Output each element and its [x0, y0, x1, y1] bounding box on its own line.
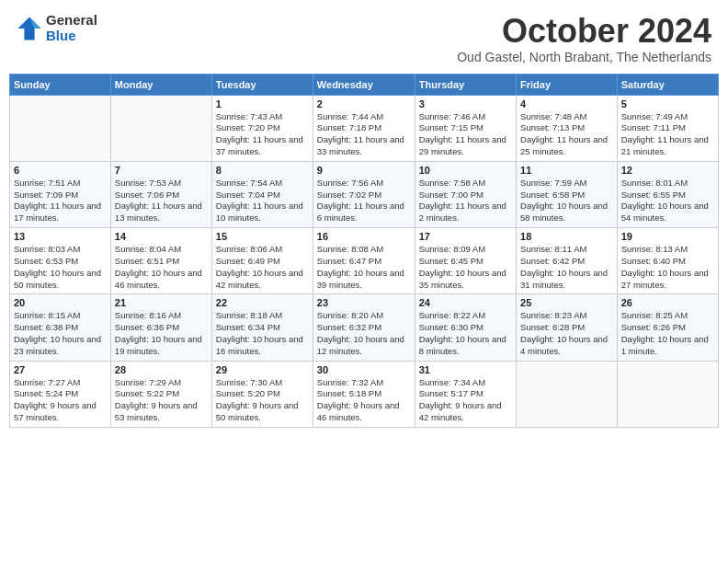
day-info: Sunrise: 8:13 AMSunset: 6:40 PMDaylight:…: [621, 244, 714, 291]
calendar-week-row: 6Sunrise: 7:51 AMSunset: 7:09 PMDaylight…: [10, 161, 719, 227]
calendar-cell: 16Sunrise: 8:08 AMSunset: 6:47 PMDayligh…: [313, 228, 415, 294]
calendar-cell: 2Sunrise: 7:44 AMSunset: 7:18 PMDaylight…: [313, 95, 415, 161]
day-info: Sunrise: 7:58 AMSunset: 7:00 PMDaylight:…: [419, 178, 512, 224]
calendar-cell: 7Sunrise: 7:53 AMSunset: 7:06 PMDaylight…: [110, 161, 211, 227]
day-info: Sunrise: 8:04 AMSunset: 6:51 PMDaylight:…: [115, 244, 208, 291]
calendar-cell: 20Sunrise: 8:15 AMSunset: 6:38 PMDayligh…: [10, 294, 111, 361]
day-info: Sunrise: 7:59 AMSunset: 6:58 PMDaylight:…: [520, 178, 613, 224]
day-number: 12: [621, 165, 714, 176]
calendar-cell: 4Sunrise: 7:48 AMSunset: 7:13 PMDaylight…: [517, 95, 618, 161]
calendar-week-row: 13Sunrise: 8:03 AMSunset: 6:53 PMDayligh…: [10, 228, 719, 294]
calendar-cell: [617, 361, 718, 427]
day-number: 29: [216, 364, 309, 375]
day-info: Sunrise: 8:16 AMSunset: 6:36 PMDaylight:…: [115, 310, 208, 357]
day-info: Sunrise: 7:54 AMSunset: 7:04 PMDaylight:…: [216, 178, 309, 224]
calendar-cell: 8Sunrise: 7:54 AMSunset: 7:04 PMDaylight…: [211, 161, 313, 227]
weekday-header-cell: Monday: [110, 74, 211, 95]
day-info: Sunrise: 8:11 AMSunset: 6:42 PMDaylight:…: [520, 244, 613, 291]
day-number: 17: [419, 231, 512, 242]
calendar-cell: 6Sunrise: 7:51 AMSunset: 7:09 PMDaylight…: [10, 161, 111, 227]
day-number: 22: [216, 297, 309, 308]
day-info: Sunrise: 8:01 AMSunset: 6:55 PMDaylight:…: [621, 178, 714, 224]
day-number: 9: [317, 165, 411, 176]
day-info: Sunrise: 8:15 AMSunset: 6:38 PMDaylight:…: [14, 310, 107, 357]
day-number: 13: [14, 231, 107, 242]
logo-icon: [17, 16, 42, 41]
weekday-header-row: SundayMondayTuesdayWednesdayThursdayFrid…: [10, 74, 719, 95]
calendar-cell: 26Sunrise: 8:25 AMSunset: 6:26 PMDayligh…: [617, 294, 718, 361]
calendar-cell: [10, 95, 111, 161]
weekday-header-cell: Saturday: [617, 74, 718, 95]
calendar-cell: 18Sunrise: 8:11 AMSunset: 6:42 PMDayligh…: [517, 228, 618, 294]
day-number: 27: [14, 364, 107, 375]
day-info: Sunrise: 7:44 AMSunset: 7:18 PMDaylight:…: [317, 111, 411, 158]
day-info: Sunrise: 8:06 AMSunset: 6:49 PMDaylight:…: [216, 244, 309, 291]
day-number: 20: [14, 297, 107, 308]
day-number: 19: [621, 231, 714, 242]
calendar-cell: [110, 95, 211, 161]
day-number: 7: [115, 165, 208, 176]
calendar-cell: 11Sunrise: 7:59 AMSunset: 6:58 PMDayligh…: [517, 161, 618, 227]
calendar-week-row: 1Sunrise: 7:43 AMSunset: 7:20 PMDaylight…: [10, 95, 719, 161]
calendar-cell: 29Sunrise: 7:30 AMSunset: 5:20 PMDayligh…: [211, 361, 313, 427]
location-title: Oud Gastel, North Brabant, The Netherlan…: [457, 50, 711, 64]
logo-general-text: General: [46, 13, 97, 29]
weekday-header-cell: Wednesday: [313, 74, 415, 95]
calendar-cell: 12Sunrise: 8:01 AMSunset: 6:55 PMDayligh…: [617, 161, 718, 227]
day-info: Sunrise: 8:20 AMSunset: 6:32 PMDaylight:…: [317, 310, 411, 357]
day-info: Sunrise: 7:49 AMSunset: 7:11 PMDaylight:…: [621, 111, 714, 158]
month-title: October 2024: [457, 13, 711, 50]
day-number: 31: [419, 364, 512, 375]
calendar-cell: [517, 361, 618, 427]
calendar-cell: 21Sunrise: 8:16 AMSunset: 6:36 PMDayligh…: [110, 294, 211, 361]
calendar-cell: 3Sunrise: 7:46 AMSunset: 7:15 PMDaylight…: [415, 95, 516, 161]
logo-text: General Blue: [46, 13, 97, 43]
day-info: Sunrise: 7:46 AMSunset: 7:15 PMDaylight:…: [419, 111, 512, 158]
calendar-body: 1Sunrise: 7:43 AMSunset: 7:20 PMDaylight…: [10, 95, 719, 427]
weekday-header-cell: Sunday: [10, 74, 111, 95]
day-number: 16: [317, 231, 411, 242]
weekday-header-cell: Thursday: [415, 74, 516, 95]
day-info: Sunrise: 7:29 AMSunset: 5:22 PMDaylight:…: [115, 377, 208, 424]
day-number: 26: [621, 297, 714, 308]
weekday-header-cell: Friday: [517, 74, 618, 95]
day-number: 10: [419, 165, 512, 176]
logo-blue-text: Blue: [46, 29, 97, 44]
day-info: Sunrise: 8:25 AMSunset: 6:26 PMDaylight:…: [621, 310, 714, 357]
day-number: 6: [14, 165, 107, 176]
day-number: 8: [216, 165, 309, 176]
calendar-cell: 13Sunrise: 8:03 AMSunset: 6:53 PMDayligh…: [10, 228, 111, 294]
day-info: Sunrise: 7:34 AMSunset: 5:17 PMDaylight:…: [419, 377, 512, 424]
calendar-cell: 17Sunrise: 8:09 AMSunset: 6:45 PMDayligh…: [415, 228, 516, 294]
day-info: Sunrise: 7:53 AMSunset: 7:06 PMDaylight:…: [115, 178, 208, 224]
day-info: Sunrise: 7:30 AMSunset: 5:20 PMDaylight:…: [216, 377, 309, 424]
day-info: Sunrise: 7:48 AMSunset: 7:13 PMDaylight:…: [520, 111, 613, 158]
calendar-cell: 9Sunrise: 7:56 AMSunset: 7:02 PMDaylight…: [313, 161, 415, 227]
day-info: Sunrise: 8:18 AMSunset: 6:34 PMDaylight:…: [216, 310, 309, 357]
day-info: Sunrise: 8:09 AMSunset: 6:45 PMDaylight:…: [419, 244, 512, 291]
day-number: 25: [520, 297, 613, 308]
calendar-table: SundayMondayTuesdayWednesdayThursdayFrid…: [9, 74, 719, 428]
calendar-cell: 31Sunrise: 7:34 AMSunset: 5:17 PMDayligh…: [415, 361, 516, 427]
day-info: Sunrise: 7:51 AMSunset: 7:09 PMDaylight:…: [14, 178, 107, 224]
day-number: 3: [419, 98, 512, 109]
day-number: 2: [317, 98, 411, 109]
day-info: Sunrise: 8:08 AMSunset: 6:47 PMDaylight:…: [317, 244, 411, 291]
calendar-cell: 28Sunrise: 7:29 AMSunset: 5:22 PMDayligh…: [110, 361, 211, 427]
calendar-cell: 15Sunrise: 8:06 AMSunset: 6:49 PMDayligh…: [211, 228, 313, 294]
weekday-header-cell: Tuesday: [211, 74, 313, 95]
day-info: Sunrise: 7:32 AMSunset: 5:18 PMDaylight:…: [317, 377, 411, 424]
page-header: General Blue October 2024 Oud Gastel, No…: [9, 9, 719, 68]
calendar-cell: 25Sunrise: 8:23 AMSunset: 6:28 PMDayligh…: [517, 294, 618, 361]
calendar-cell: 30Sunrise: 7:32 AMSunset: 5:18 PMDayligh…: [313, 361, 415, 427]
calendar-cell: 24Sunrise: 8:22 AMSunset: 6:30 PMDayligh…: [415, 294, 516, 361]
day-info: Sunrise: 8:23 AMSunset: 6:28 PMDaylight:…: [520, 310, 613, 357]
day-info: Sunrise: 7:27 AMSunset: 5:24 PMDaylight:…: [14, 377, 107, 424]
logo: General Blue: [17, 13, 97, 43]
calendar-cell: 5Sunrise: 7:49 AMSunset: 7:11 PMDaylight…: [617, 95, 718, 161]
calendar-cell: 10Sunrise: 7:58 AMSunset: 7:00 PMDayligh…: [415, 161, 516, 227]
day-number: 18: [520, 231, 613, 242]
day-info: Sunrise: 8:22 AMSunset: 6:30 PMDaylight:…: [419, 310, 512, 357]
day-number: 23: [317, 297, 411, 308]
day-number: 4: [520, 98, 613, 109]
